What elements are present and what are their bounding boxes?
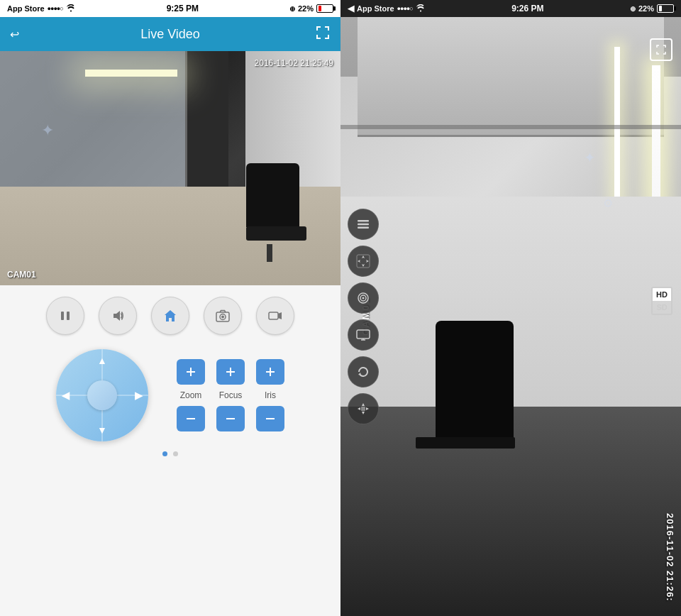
hd-label[interactable]: HD xyxy=(653,288,671,301)
svg-rect-18 xyxy=(358,220,369,222)
signal-icon-left: ●●●●○ xyxy=(48,5,63,12)
battery-icon-right xyxy=(657,4,674,13)
office-ceiling-light xyxy=(85,70,177,77)
cam-chair-silhouette xyxy=(436,321,514,449)
svg-rect-0 xyxy=(61,312,64,320)
camera-button-right[interactable] xyxy=(348,282,379,314)
svg-marker-23 xyxy=(358,260,360,263)
svg-rect-13 xyxy=(226,371,235,373)
svg-point-28 xyxy=(362,297,365,299)
star-decoration: ✦ xyxy=(41,121,54,140)
svg-rect-17 xyxy=(266,418,275,419)
iris-minus-button[interactable] xyxy=(256,406,284,431)
svg-marker-33 xyxy=(362,403,365,406)
record-button[interactable] xyxy=(256,297,294,335)
dpad-left-arrow[interactable]: ◀ xyxy=(62,390,70,401)
focus-plus-button[interactable] xyxy=(216,359,245,385)
iris-label: Iris xyxy=(265,390,276,400)
svg-marker-24 xyxy=(366,260,369,263)
dpad-down-arrow[interactable]: ▼ xyxy=(97,424,107,436)
zoom-plus-button[interactable] xyxy=(177,359,205,385)
svg-marker-2 xyxy=(114,311,120,321)
sound-button[interactable] xyxy=(99,297,137,335)
wifi-icon-right xyxy=(416,4,426,13)
focus-minus-button[interactable] xyxy=(216,406,245,431)
pause-button[interactable] xyxy=(46,297,84,335)
dpad-outer: ▲ ▼ ◀ ▶ xyxy=(56,349,148,441)
focus-label: Focus xyxy=(219,390,243,400)
battery-fill-right xyxy=(659,6,662,11)
svg-point-6 xyxy=(221,316,224,319)
page-dots xyxy=(162,451,178,456)
signal-icon-right: ●●●●○ xyxy=(397,5,413,12)
time-right: 9:26 PM xyxy=(511,4,543,13)
status-bar-left: App Store ●●●●○ 9:25 PM ⊕ 22% xyxy=(0,0,340,17)
ptz-button-right[interactable] xyxy=(348,246,379,277)
svg-rect-19 xyxy=(358,224,369,226)
svg-rect-37 xyxy=(361,407,365,411)
focus-col: Focus xyxy=(216,359,245,431)
right-toolbar xyxy=(348,209,379,424)
status-right-right-group: ⊕ 22% xyxy=(630,4,674,13)
back-button[interactable]: ↩ xyxy=(10,28,33,41)
status-right-group-left: ⊕ 22% xyxy=(289,4,333,13)
video-bg: ✦ xyxy=(0,51,340,285)
cam-ceiling-edge xyxy=(340,125,681,129)
zfi-controls: Zoom Focus xyxy=(177,359,284,431)
svg-rect-16 xyxy=(266,371,275,373)
iris-plus-button[interactable] xyxy=(256,359,284,385)
home-button[interactable] xyxy=(151,297,189,335)
svg-rect-7 xyxy=(269,312,278,319)
video-area-right: ✦ ⚙ CAM01 2016-11-02 21:26: xyxy=(340,17,681,616)
battery-label-left: 22% xyxy=(298,4,314,13)
svg-rect-1 xyxy=(67,312,70,320)
svg-marker-8 xyxy=(278,312,282,319)
expand-button-left[interactable] xyxy=(308,25,331,43)
page-dot-2[interactable] xyxy=(173,451,178,456)
menu-button-right[interactable] xyxy=(348,209,379,240)
svg-marker-35 xyxy=(358,407,360,410)
svg-marker-34 xyxy=(362,412,365,414)
video-timestamp-left: 2016-11-02 21:25:49 xyxy=(255,58,333,68)
status-left-group: App Store ●●●●○ xyxy=(7,4,76,13)
screen-button-right[interactable] xyxy=(348,319,379,351)
star-deco-right-1: ✦ xyxy=(584,149,596,166)
office-chair-back xyxy=(246,163,299,227)
dpad-right-arrow[interactable]: ▶ xyxy=(135,390,143,401)
svg-rect-10 xyxy=(187,371,195,373)
location-icon-left: ⊕ xyxy=(289,5,295,13)
battery-label-right: 22% xyxy=(638,4,654,13)
cam-chair-arm xyxy=(416,437,515,449)
svg-marker-3 xyxy=(165,310,176,321)
star-deco-right-2: ⚙ xyxy=(603,197,613,210)
svg-marker-21 xyxy=(362,255,365,258)
expand-button-right[interactable] xyxy=(650,38,672,61)
back-arrow-right: ◀ xyxy=(348,4,354,13)
svg-marker-36 xyxy=(366,407,369,410)
cam-timestamp-right: 2016-11-02 21:26: xyxy=(665,513,675,602)
office-chair-seat xyxy=(246,226,306,241)
status-bar-right: ◀ App Store ●●●●○ 9:26 PM ⊕ 22% xyxy=(340,0,681,17)
sd-label[interactable]: SD xyxy=(653,301,671,314)
bottom-controls: ▲ ▼ ◀ ▶ Zoom xyxy=(0,349,340,441)
svg-marker-32 xyxy=(358,373,361,375)
svg-marker-22 xyxy=(362,264,365,267)
left-panel: App Store ●●●●○ 9:25 PM ⊕ 22% ↩ Live Vid… xyxy=(0,0,340,616)
location-icon-right: ⊕ xyxy=(630,5,636,13)
status-right-left-group: ◀ App Store ●●●●○ xyxy=(348,4,426,13)
snapshot-button[interactable] xyxy=(204,297,242,335)
ctrl-buttons-row xyxy=(46,297,294,335)
svg-rect-29 xyxy=(357,330,370,339)
refresh-button-right[interactable] xyxy=(348,356,379,387)
battery-fill-left xyxy=(319,6,321,11)
dpad-up-arrow[interactable]: ▲ xyxy=(97,355,107,366)
dpad-center[interactable] xyxy=(87,380,117,410)
dpad-button-right[interactable] xyxy=(348,393,379,424)
time-left: 9:25 PM xyxy=(167,4,199,13)
page-dot-1[interactable] xyxy=(162,451,167,456)
zoom-minus-button[interactable] xyxy=(177,406,205,431)
directional-pad[interactable]: ▲ ▼ ◀ ▶ xyxy=(56,349,148,441)
zoom-label: Zoom xyxy=(180,390,202,400)
app-store-label-right: App Store xyxy=(357,4,394,13)
svg-rect-14 xyxy=(226,418,235,419)
